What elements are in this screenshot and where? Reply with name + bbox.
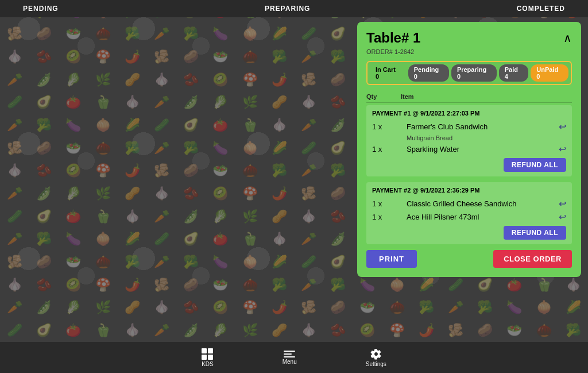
veg-icon: 🥦: [118, 137, 147, 160]
veg-icon: 🫘: [29, 160, 59, 183]
veg-icon: 🥗: [353, 297, 382, 320]
table-row: 1 xClassic Grilled Cheese Sandwich↩: [372, 198, 566, 209]
veg-icon: 🫘: [323, 91, 353, 114]
veg-icon: 🥒: [294, 251, 323, 274]
col-qty: Qty: [366, 93, 401, 100]
veg-icon: 🧄: [118, 205, 147, 228]
veg-icon: 🥑: [29, 319, 59, 342]
table-row: 1 xAce Hill Pilsner 473ml↩: [372, 212, 566, 222]
veg-icon: 🧄: [0, 45, 29, 68]
veg-icon: 🌰: [88, 251, 118, 274]
veg-icon: 🥜: [118, 182, 147, 205]
veg-icon: 🥗: [59, 251, 88, 274]
veg-icon: 🥔: [176, 45, 206, 68]
veg-icon: 🌰: [88, 137, 118, 160]
veg-icon: 🥒: [294, 23, 323, 46]
veg-icon: 🥬: [59, 297, 88, 320]
veg-icon: 🥜: [265, 91, 294, 114]
nav-completed[interactable]: COMPLETED: [517, 5, 565, 13]
veg-icon: 🥗: [206, 160, 235, 183]
veg-icon: 🍆: [500, 297, 529, 320]
veg-icon: 🌶️: [118, 160, 147, 183]
collapse-button[interactable]: ∧: [563, 32, 572, 44]
refund-item-icon[interactable]: ↩: [552, 121, 566, 132]
veg-icon: 🌶️: [118, 274, 147, 297]
refund-all-button-1[interactable]: REFUND ALL: [504, 158, 566, 172]
veg-icon: 🫚: [441, 319, 470, 342]
veg-icon: 🍆: [206, 251, 235, 274]
close-order-button[interactable]: CLOSE ORDER: [493, 250, 572, 268]
col-item: Item: [401, 93, 572, 100]
veg-icon: 🫘: [176, 297, 206, 320]
veg-icon: 🫘: [29, 45, 59, 68]
veg-icon: 🫚: [0, 251, 29, 274]
veg-icon: 🫛: [176, 205, 206, 228]
veg-icon: 🧅: [235, 251, 265, 274]
veg-icon: 🥗: [59, 137, 88, 160]
veg-icon: 🫛: [176, 91, 206, 114]
veg-icon: 🍄: [235, 297, 265, 320]
settings-nav-button[interactable]: Settings: [366, 348, 386, 367]
payment-section-1: PAYMENT #1 @ 9/1/2021 2:27:03 PM1 xFarme…: [366, 105, 572, 176]
nav-pending[interactable]: PENDING: [23, 5, 59, 13]
veg-icon: 🌿: [235, 319, 265, 342]
veg-icon: 🍄: [88, 274, 118, 297]
veg-icon: 🥕: [147, 319, 176, 342]
veg-icon: 🫛: [29, 297, 59, 320]
veg-icon: 🥕: [294, 274, 323, 297]
veg-icon: 🥗: [206, 45, 235, 68]
settings-label: Settings: [366, 361, 386, 367]
veg-icon: 🌰: [235, 160, 265, 183]
kds-nav-button[interactable]: KDS: [202, 348, 214, 367]
veg-icon: 🌶️: [265, 68, 294, 91]
payment-header-1: PAYMENT #1 @ 9/1/2021 2:27:03 PM: [372, 110, 566, 117]
veg-icon: 🫘: [323, 205, 353, 228]
tab-unpaid[interactable]: UnPaid 0: [531, 64, 568, 82]
veg-icon: 🥬: [59, 182, 88, 205]
veg-icon: 🍅: [59, 319, 88, 342]
refund-item-icon[interactable]: ↩: [552, 198, 566, 209]
veg-icon: 🌿: [235, 91, 265, 114]
veg-icon: 🥝: [206, 297, 235, 320]
veg-icon: 🍅: [206, 114, 235, 137]
veg-icon: 🫛: [323, 228, 353, 251]
refund-item-icon[interactable]: ↩: [552, 212, 566, 222]
veg-icon: 🥔: [470, 319, 500, 342]
veg-icon: 🥑: [323, 137, 353, 160]
refund-item-icon[interactable]: ↩: [552, 144, 566, 155]
veg-icon: 🌿: [88, 297, 118, 320]
veg-icon: 🥬: [59, 68, 88, 91]
veg-icon: 🧄: [118, 91, 147, 114]
veg-icon: 🌽: [559, 297, 588, 320]
refund-all-button-2[interactable]: REFUND ALL: [504, 226, 566, 240]
tab-paid[interactable]: Paid 4: [499, 64, 529, 82]
veg-icon: 🥕: [441, 297, 470, 320]
veg-icon: 🍆: [206, 137, 235, 160]
veg-icon: 🥑: [176, 228, 206, 251]
veg-icon: 🥔: [176, 274, 206, 297]
veg-icon: 🧄: [265, 114, 294, 137]
item-qty: 1 x: [372, 213, 407, 221]
veg-icon: 🧄: [294, 91, 323, 114]
veg-icon: 🥕: [294, 160, 323, 183]
veg-icon: 🍅: [59, 91, 88, 114]
print-button[interactable]: PRINT: [366, 250, 417, 268]
veg-icon: 🥕: [0, 228, 29, 251]
tab-incart[interactable]: In Cart 0: [370, 64, 406, 82]
tab-preparing[interactable]: Preparing 0: [451, 64, 497, 82]
refund-all-row: REFUND ALL: [372, 226, 566, 240]
menu-icon: [284, 351, 295, 357]
veg-icon: 🥑: [323, 23, 353, 46]
veg-icon: 🥦: [118, 251, 147, 274]
menu-label: Menu: [283, 359, 297, 365]
nav-preparing[interactable]: PREPARING: [265, 5, 310, 13]
refund-all-row: REFUND ALL: [372, 158, 566, 172]
veg-icon: 🥕: [0, 114, 29, 137]
veg-icon: 🌿: [235, 205, 265, 228]
veg-icon: 🫘: [323, 319, 353, 342]
veg-icon: 🥦: [176, 251, 206, 274]
tab-pending[interactable]: Pending 0: [408, 64, 449, 82]
settings-icon: [370, 348, 382, 360]
menu-nav-button[interactable]: Menu: [283, 351, 297, 365]
item-name: Ace Hill Pilsner 473ml: [407, 213, 552, 221]
